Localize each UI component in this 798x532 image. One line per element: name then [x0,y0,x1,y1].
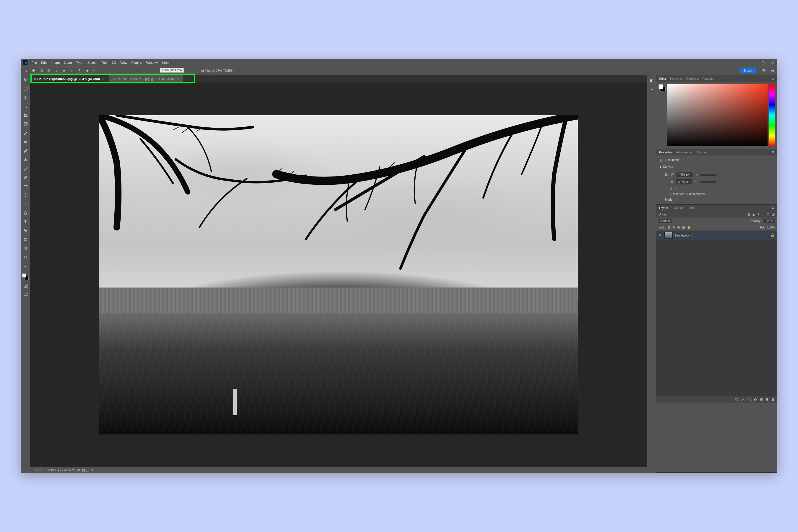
workspace-switcher-icon[interactable]: ▭ [771,69,774,73]
lock-position-icon[interactable]: ✥ [678,226,680,229]
menu-select[interactable]: Select [88,61,97,64]
zoom-tool[interactable] [22,254,28,260]
blur-tool[interactable] [22,192,28,198]
eraser-tool[interactable] [22,174,28,180]
menu-view[interactable]: View [120,61,127,64]
type-tool[interactable]: T [22,218,28,225]
filter-smart-icon[interactable]: ◫ [767,213,770,216]
width-input[interactable]: 4906 px [677,172,692,177]
layer-thumbnail[interactable] [664,232,673,239]
status-chevron-icon[interactable]: > [92,469,94,472]
tab-libraries[interactable]: Libraries [696,151,707,154]
lasso-tool[interactable] [22,94,28,101]
brush-tool[interactable] [22,148,28,154]
document-tab-2[interactable]: © Double Exposure-2.jpg @ 25% (RGB/8) ✕ [109,75,183,82]
collapsed-panel-icon[interactable]: ◧ [649,78,654,83]
hand-tool[interactable] [22,245,28,251]
window-minimize-button[interactable]: — [751,61,754,65]
pen-tool[interactable] [22,210,28,216]
visibility-toggle-icon[interactable]: 👁 [659,233,662,238]
window-close-button[interactable]: ✕ [772,61,775,65]
menu-filter[interactable]: Filter [100,61,108,64]
more-options-icon[interactable]: ⋯ [93,68,97,73]
menu-type[interactable]: Type [76,61,83,64]
status-dimensions[interactable]: © 4906 px x 3275 px (300 ppi) [48,469,87,472]
marquee-tool[interactable] [22,86,28,92]
tab-paths[interactable]: Paths [687,206,695,210]
y-input[interactable] [700,181,716,183]
link-dims-icon[interactable]: ⛓ [665,173,668,176]
tab-layers[interactable]: Layers [659,206,668,210]
align-right-icon[interactable]: ⫶ [70,68,74,73]
x-input[interactable] [701,174,717,175]
3d-mode-icon[interactable]: ◈ [85,68,90,73]
tab-color[interactable]: Color [659,77,666,80]
lock-all-icon[interactable]: 🔒 [687,226,691,229]
foreground-background-swatch[interactable] [22,273,28,280]
healing-brush-tool[interactable] [22,139,28,145]
tab-gradients[interactable]: Gradients [686,77,699,80]
layer-style-icon[interactable]: ƒx [741,398,744,401]
panel-menu-icon[interactable]: ≡ [772,77,774,81]
lock-icon[interactable]: 🔒 [771,233,775,237]
fill-input[interactable]: 100% [767,226,775,229]
lock-artboard-icon[interactable]: ▣ [682,226,685,229]
layer-filter-kind[interactable]: Q Kind [659,213,668,216]
color-field[interactable] [667,84,767,146]
panel-menu-icon[interactable]: ≡ [772,206,774,210]
close-tab-icon[interactable]: ✕ [102,77,104,81]
layer-list[interactable]: 👁 Background 🔒 [656,230,777,396]
color-panel-swatch[interactable] [659,84,666,91]
canvas-surface[interactable] [30,82,647,467]
path-select-tool[interactable] [22,227,28,234]
blend-mode-select[interactable]: Normal [659,219,671,223]
layer-mask-icon[interactable]: ◯ [747,398,751,401]
close-tab-icon[interactable]: ✕ [176,77,179,81]
menu-help[interactable]: Help [162,61,169,64]
menu-layer[interactable]: Layer [64,61,72,64]
height-input[interactable]: 3275 px [676,179,692,185]
lock-transparent-icon[interactable]: ⊞ [668,226,670,229]
align-center-icon[interactable]: ≣ [62,68,66,73]
menu-file[interactable]: File [32,61,37,64]
link-layers-icon[interactable]: ⛓ [735,398,738,401]
hue-slider[interactable] [770,84,775,146]
search-icon[interactable]: 🔍 [762,69,767,73]
clone-stamp-tool[interactable] [22,156,28,163]
quick-mask-icon[interactable] [22,282,28,289]
adjustment-layer-icon[interactable]: ◐ [754,398,757,401]
screen-mode-icon[interactable] [22,291,28,298]
eyedropper-tool[interactable] [22,130,28,136]
auto-select-checkbox[interactable]: ☐ [39,68,43,73]
orientation-portrait-icon[interactable]: ▯ [670,187,672,190]
collapsed-panel-icon[interactable]: ≡ [649,86,654,91]
orientation-landscape-icon[interactable]: ▭ [674,187,677,190]
layer-item-background[interactable]: 👁 Background 🔒 [656,230,777,240]
menu-image[interactable]: Image [51,61,60,64]
open-document[interactable] [99,115,578,435]
menu-edit[interactable]: Edit [41,61,47,64]
menu-window[interactable]: Window [146,61,158,64]
filter-adjust-icon[interactable]: ◐ [753,213,755,216]
move-tool[interactable] [22,77,28,83]
filter-shape-icon[interactable]: ▭ [762,213,764,216]
edit-toolbar-icon[interactable]: ⋯ [22,263,28,269]
tab-channels[interactable]: Channels [671,206,684,210]
history-brush-tool[interactable] [22,165,28,172]
filter-pixel-icon[interactable]: ▦ [747,213,750,216]
crop-tool[interactable] [22,112,28,118]
panel-menu-icon[interactable]: ≡ [772,150,774,154]
rectangle-tool[interactable] [22,236,28,243]
delete-layer-icon[interactable]: 🗑 [772,398,775,401]
opacity-input[interactable]: 100% [763,219,775,223]
share-button[interactable]: Share [740,68,756,73]
tab-patterns[interactable]: Patterns [703,77,714,80]
filter-toggle-icon[interactable]: ⏻ [772,213,775,216]
tab-adjustments[interactable]: Adjustments [676,151,692,154]
distribute-icon[interactable]: ⋮ [77,68,82,73]
frame-tool[interactable] [22,121,28,127]
status-zoom[interactable]: 33.33% [33,469,43,472]
home-icon[interactable]: ⌂ [23,68,28,73]
window-maximize-button[interactable]: ▢ [761,61,765,65]
menu-3d[interactable]: 3D [112,61,116,64]
